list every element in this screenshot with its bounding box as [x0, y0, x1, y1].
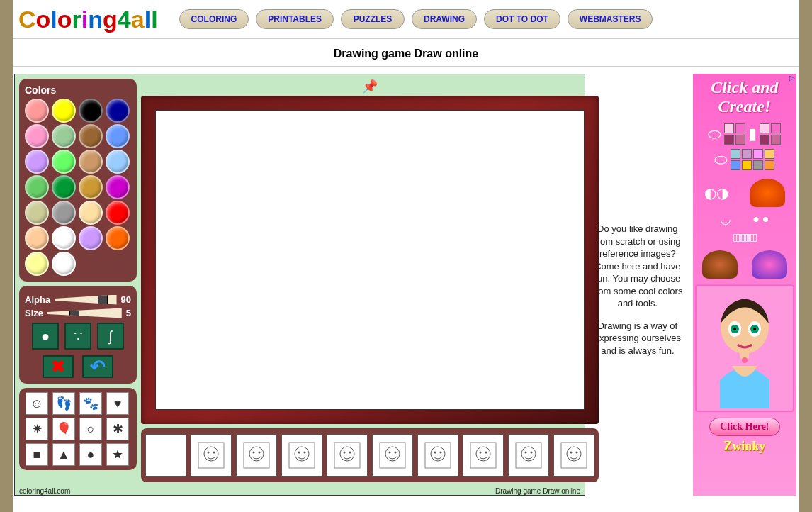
stamp-panel: ☺👣🐾♥✷🎈○✱■▲●★	[19, 388, 137, 470]
template-flowers[interactable]	[372, 434, 413, 477]
brush-buttons: ● ∵ ∫	[25, 323, 131, 350]
size-slider[interactable]	[47, 308, 122, 318]
ad-banner[interactable]: ▷ Click and Create! ⬭ ▮ ⬭ ◐◑ ◡	[693, 74, 796, 496]
hair-orange-icon	[750, 179, 785, 207]
size-knob[interactable]	[69, 306, 79, 321]
color-swatch[interactable]	[79, 201, 103, 225]
site-logo[interactable]: Coloring4all	[18, 6, 179, 33]
eyebrow-icon: ◐◑	[704, 184, 728, 201]
ad-title: Click and Create!	[693, 74, 796, 121]
color-swatch[interactable]	[25, 226, 49, 250]
clear-button[interactable]: ✖	[43, 355, 74, 378]
color-swatch[interactable]	[79, 150, 103, 174]
stamp-button[interactable]: 🎈	[52, 418, 75, 440]
alpha-slider[interactable]	[55, 295, 116, 305]
color-swatch[interactable]	[106, 201, 130, 225]
color-swatch[interactable]	[106, 175, 130, 199]
color-swatch[interactable]	[52, 226, 76, 250]
color-swatch[interactable]	[79, 226, 103, 250]
template-koala[interactable]	[327, 434, 368, 477]
template-row	[141, 428, 599, 482]
color-swatch[interactable]	[52, 99, 76, 123]
alpha-knob[interactable]	[98, 293, 108, 307]
template-tree[interactable]	[508, 434, 549, 477]
color-swatch[interactable]	[25, 124, 49, 148]
compact-icon: ⬭	[708, 125, 721, 143]
alpha-slider-row: Alpha 90	[25, 294, 131, 305]
footer-left: coloring4all.com	[19, 487, 70, 495]
stamp-button[interactable]: ☺	[26, 392, 48, 415]
canvas-frame	[141, 96, 599, 424]
color-swatch[interactable]	[79, 175, 103, 199]
lipstick-icon: ▮	[748, 125, 757, 143]
drawing-canvas[interactable]	[155, 110, 585, 410]
template-pig[interactable]	[236, 434, 277, 477]
stamp-button[interactable]: ★	[106, 443, 129, 466]
svg-point-26	[480, 452, 482, 454]
ad-cta-button[interactable]: Click Here!	[709, 418, 779, 436]
nav-puzzles[interactable]: PUZZLES	[341, 9, 405, 29]
stamp-grid: ☺👣🐾♥✷🎈○✱■▲●★	[23, 392, 132, 466]
template-flower[interactable]	[463, 434, 504, 477]
stamp-button[interactable]: ♥	[106, 392, 129, 415]
alpha-label: Alpha	[25, 294, 50, 305]
color-grid	[25, 99, 131, 276]
stamp-button[interactable]: ▲	[52, 443, 75, 466]
template-cat[interactable]	[191, 434, 232, 477]
color-swatch[interactable]	[52, 124, 76, 148]
svg-point-39	[733, 328, 736, 330]
canvas-column: 📌	[141, 74, 603, 486]
color-palette-panel: Colors	[19, 79, 137, 282]
nav-printables[interactable]: PRINTABLES	[256, 9, 334, 29]
template-robot[interactable]	[281, 434, 322, 477]
color-swatch[interactable]	[25, 99, 49, 123]
color-swatch[interactable]	[106, 99, 130, 123]
svg-rect-16	[380, 443, 405, 468]
undo-button[interactable]: ↶	[82, 355, 113, 378]
color-swatch[interactable]	[52, 175, 76, 199]
color-swatch[interactable]	[106, 226, 130, 250]
svg-point-35	[576, 452, 578, 454]
svg-rect-20	[425, 443, 451, 468]
color-swatch[interactable]	[25, 252, 49, 276]
size-value: 5	[126, 308, 131, 318]
color-swatch[interactable]	[106, 150, 130, 174]
color-swatch[interactable]	[52, 201, 76, 225]
nav-dot-to-dot[interactable]: DOT TO DOT	[484, 9, 560, 29]
brush-round-button[interactable]: ●	[32, 323, 59, 350]
stamp-button[interactable]: 👣	[52, 392, 75, 415]
template-clown[interactable]	[417, 434, 458, 477]
eyes-icon: ● ●	[752, 213, 769, 226]
nav-drawing[interactable]: DRAWING	[412, 9, 477, 29]
color-swatch[interactable]	[25, 150, 49, 174]
stamp-button[interactable]: ●	[79, 443, 102, 466]
svg-point-44	[742, 357, 748, 363]
stamp-button[interactable]: ○	[79, 418, 102, 440]
stamp-button[interactable]: 🐾	[79, 392, 102, 415]
brush-curve-button[interactable]: ∫	[97, 323, 124, 350]
color-swatch[interactable]	[79, 124, 103, 148]
action-buttons: ✖ ↶	[25, 355, 131, 378]
color-swatch[interactable]	[79, 99, 103, 123]
stamp-button[interactable]: ✷	[26, 418, 48, 440]
nav-webmasters[interactable]: WEBMASTERS	[568, 9, 653, 29]
sidebar-p1: Do you like drawing from scratch or usin…	[591, 223, 684, 310]
color-swatch[interactable]	[25, 201, 49, 225]
svg-point-34	[570, 452, 573, 454]
stamp-button[interactable]: ✱	[106, 418, 129, 440]
svg-rect-4	[244, 443, 269, 468]
stamp-button[interactable]: ■	[26, 443, 48, 466]
svg-point-30	[525, 452, 527, 454]
ad-choices-icon[interactable]: ▷	[789, 74, 795, 82]
color-swatch[interactable]	[106, 124, 130, 148]
svg-point-15	[349, 452, 351, 454]
svg-point-3	[213, 452, 215, 454]
template-bunny[interactable]	[553, 434, 594, 477]
color-swatch[interactable]	[52, 252, 76, 276]
svg-point-10	[298, 452, 300, 454]
nav-coloring[interactable]: COLORING	[179, 9, 249, 29]
color-swatch[interactable]	[52, 150, 76, 174]
template-blank[interactable]	[145, 434, 186, 477]
color-swatch[interactable]	[25, 175, 49, 199]
brush-spray-button[interactable]: ∵	[64, 323, 91, 350]
